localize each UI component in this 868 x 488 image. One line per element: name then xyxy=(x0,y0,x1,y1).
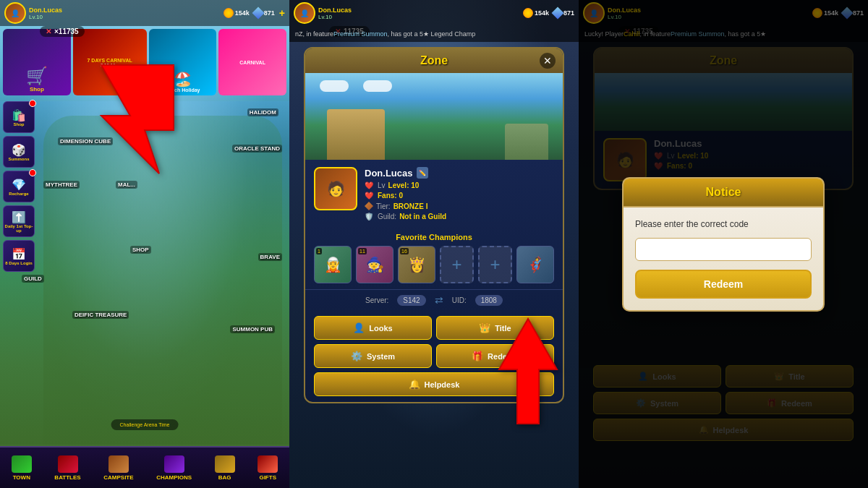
nav-bag-button[interactable]: BAG xyxy=(215,455,235,481)
battles-label: BATTLES xyxy=(54,474,80,481)
bottom-navigation: TOWN BATTLES CAMPSITE CHAMPIONS BAG GIFT… xyxy=(0,446,289,488)
shop-icon: 🛍️ xyxy=(12,108,26,122)
topup-label: Daily 1st Top-up xyxy=(4,224,34,233)
notice-overlay: Notice Please enter the correct code Red… xyxy=(579,0,868,488)
server-value: S142 xyxy=(397,295,425,306)
shuffle-icon[interactable]: ⇄ xyxy=(435,294,443,306)
champ-add-1[interactable]: + xyxy=(440,246,474,283)
p2-player-avatar: 👤 xyxy=(294,2,315,24)
ticker-prefix: nZ, in feature xyxy=(295,30,333,38)
halidom-label: HALIDOM xyxy=(247,108,278,116)
champ-2-level: 11 xyxy=(358,248,367,254)
server-uid-row: Server: S142 ⇄ UID: 1808 xyxy=(305,289,563,310)
carnival-label: CARNIVAL xyxy=(239,60,265,65)
redeem-code-input[interactable] xyxy=(635,238,812,261)
ticker-feature: Premium Summon xyxy=(333,30,388,38)
champions-label: CHAMPIONS xyxy=(156,474,192,481)
bag-label: BAG xyxy=(218,474,231,481)
champ-slot-2[interactable]: 11 🧙 xyxy=(356,246,393,283)
level-stat-label: Lv xyxy=(378,181,386,189)
campsite-label: CAMPSITE xyxy=(103,474,133,481)
carnival-banner[interactable]: CARNIVAL xyxy=(218,29,286,95)
zone-title: Zone xyxy=(420,54,448,67)
gifts-label: GIFTS xyxy=(259,474,276,481)
champ-slot-6[interactable]: 🦸 xyxy=(516,246,554,283)
edit-name-button[interactable]: ✏️ xyxy=(417,167,428,179)
nav-champions-button[interactable]: CHAMPIONS xyxy=(156,455,192,481)
campsite-icon xyxy=(109,455,129,473)
p2-coin-value: 154k xyxy=(535,9,549,17)
player-avatar: 👤 xyxy=(4,2,26,24)
diamond-display: 871 xyxy=(254,9,275,17)
score-value: ×11735 xyxy=(54,27,79,35)
diamond-value: 871 xyxy=(264,9,275,17)
brave-label: BRAVE xyxy=(258,253,282,261)
add-resources-button[interactable]: + xyxy=(279,7,285,19)
zone-close-button[interactable]: ✕ xyxy=(540,53,556,69)
oracle-stand-label: ORACLE STAND xyxy=(232,145,282,153)
summon-pub-label: SUMMON PUB xyxy=(230,325,275,333)
p2-coin: 154k xyxy=(523,8,549,18)
system-label: System xyxy=(367,352,395,361)
nav-gifts-button[interactable]: GIFTS xyxy=(258,455,278,481)
nav-town-button[interactable]: TOWN xyxy=(12,455,32,481)
level-label: Lv.10 xyxy=(29,14,62,20)
cloud-2 xyxy=(363,80,392,92)
sidebar-recharge-button[interactable]: 💎 Recharge xyxy=(3,171,35,202)
notice-message: Please enter the correct code xyxy=(635,219,812,229)
looks-button[interactable]: 👤 Looks xyxy=(314,316,432,340)
champ-add-2[interactable]: + xyxy=(478,246,512,283)
helpdesk-label: Helpdesk xyxy=(425,380,460,389)
system-icon: ⚙️ xyxy=(351,351,362,361)
sidebar-login-button[interactable]: 📅 8 Days Login xyxy=(3,240,35,272)
champion-row: 1 🧝 11 🧙 16 👸 + + 🦸 xyxy=(314,246,554,283)
sidebar-shop-button[interactable]: 🛍️ Shop xyxy=(3,101,35,133)
challenge-label: Challenge Arena Time xyxy=(120,422,170,427)
score-display: ✕ ×11735 xyxy=(40,26,85,37)
notice-modal: Notice Please enter the correct code Red… xyxy=(622,177,825,312)
coin-value: 154k xyxy=(235,9,250,17)
zone-header: Zone ✕ xyxy=(305,48,563,73)
panel-1: 👤 Don.Lucas Lv.10 154k 871 + ✕ ×11735 🛒 … xyxy=(0,0,289,488)
nav-battles-button[interactable]: BATTLES xyxy=(54,455,80,481)
notice-redeem-button[interactable]: Redeem xyxy=(635,270,812,299)
uid-value: 1808 xyxy=(475,295,503,306)
champions-icon xyxy=(164,455,184,473)
username-label: Don.Lucas xyxy=(29,7,62,14)
favorite-champions-section: Favorite Champions 1 🧝 11 🧙 16 👸 + + 🦸 xyxy=(305,230,563,289)
panel2-topbar: 👤 Don.Lucas Lv.10 154k 871 xyxy=(289,0,579,26)
battles-icon xyxy=(58,455,78,473)
fans-value: Fans: 0 xyxy=(378,192,403,200)
champ-slot-1[interactable]: 1 🧝 xyxy=(314,246,352,283)
arrow-svg-2 xyxy=(485,312,571,427)
zone-name-row: Don.Lucas ✏️ xyxy=(365,167,554,179)
notice-title: Notice xyxy=(706,186,741,198)
level-icon: ❤️ xyxy=(365,181,375,189)
tier-stat: Tier: BRONZE I xyxy=(365,202,554,210)
p2-diamond-icon xyxy=(551,7,563,20)
tier-label: Tier: xyxy=(376,202,391,210)
svg-marker-1 xyxy=(499,319,557,424)
recharge-dot xyxy=(29,169,36,176)
sidebar-topup-button[interactable]: ⬆️ Daily 1st Top-up xyxy=(3,205,35,237)
guild-value: Not in a Guild xyxy=(399,213,446,221)
panel-3: 👤 Don.Lucas Lv.10 154k 871 ✕ 11735 Lucky… xyxy=(579,0,868,488)
shop-sidebar-label: Shop xyxy=(14,122,25,127)
ticker-suffix: , has got a 5★ Legend Champ xyxy=(388,30,476,38)
summons-icon: 🎲 xyxy=(12,143,26,157)
champ-6-icon: 🦸 xyxy=(517,247,553,283)
tier-icon xyxy=(365,202,373,210)
nav-campsite-button[interactable]: CAMPSITE xyxy=(103,455,133,481)
level-stat: ❤️ Lv Level: 10 xyxy=(365,181,554,189)
sidebar-summons-button[interactable]: 🎲 Summons xyxy=(3,136,35,168)
bag-icon xyxy=(215,455,235,473)
system-button[interactable]: ⚙️ System xyxy=(314,344,432,368)
fans-stat: ❤️ Fans: 0 xyxy=(365,192,554,200)
recharge-label: Recharge xyxy=(9,192,28,196)
fav-champs-title: Favorite Champions xyxy=(314,233,554,241)
champ-slot-3[interactable]: 16 👸 xyxy=(398,246,435,283)
zone-player-name: Don.Lucas xyxy=(365,168,412,179)
town-icon xyxy=(12,455,32,473)
looks-label: Looks xyxy=(369,324,392,333)
server-label: Server: xyxy=(365,296,388,304)
